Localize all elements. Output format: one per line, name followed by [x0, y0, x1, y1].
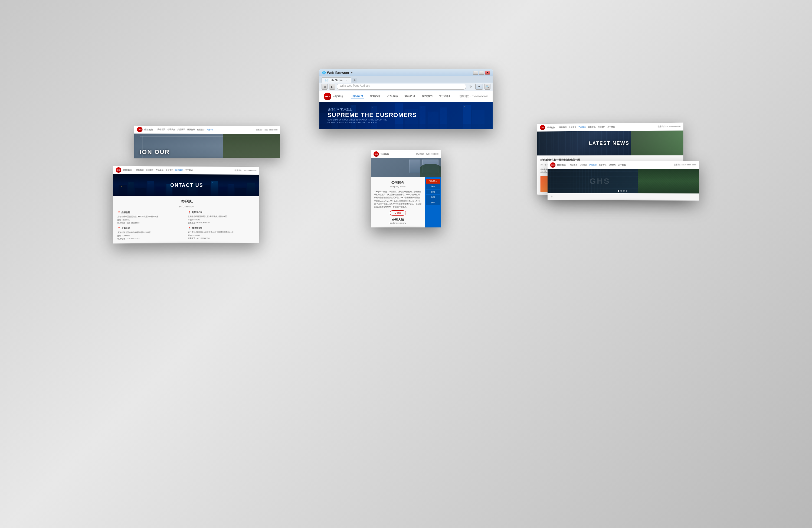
contact-loc-1: 📍 贵阳分公司 贵阳市南明区互联网大厦7号可视美大厦第13层 邮编：550101… — [188, 211, 255, 224]
contact-city-1: 📍 贵阳分公司 — [188, 211, 255, 215]
fr-nav-news[interactable]: 最新资讯 — [599, 163, 606, 166]
back-left-shadow — [142, 157, 273, 158]
contact-subtitle: INFORMATION — [117, 205, 255, 208]
back-right-hero: LATEST NEWS — [537, 130, 683, 155]
site-phone: 联系我们：010-6866-8888 — [460, 95, 488, 98]
back-left-nav: 网站首页 公司简介 产品展示 最新资讯 在线联络 关于我们 — [158, 128, 214, 131]
hero-cn: 诚信为本 客户至上 — [328, 108, 417, 112]
back-left-nav-news[interactable]: 最新资讯 — [187, 128, 195, 131]
fr-nav-home[interactable]: 网站首页 — [570, 163, 577, 166]
front-left-header: GHS 环球购物 网站首页 公司简介 产品展示 最新资讯 联系我们 关于我们 联… — [113, 166, 259, 175]
minimize-btn[interactable]: — — [473, 71, 478, 75]
front-center-logo-cn: 环球购物 — [380, 153, 389, 156]
card-front-left: GHS 环球购物 网站首页 公司简介 产品展示 最新资讯 联系我们 关于我们 联… — [113, 166, 259, 244]
logo-circle: GHS — [324, 92, 331, 100]
fr-nav-us[interactable]: 关于我们 — [618, 163, 626, 166]
front-right-shadow — [555, 200, 691, 200]
hero-text: 诚信为本 客户至上 SUPREME THE CUSROMERS COOPERAT… — [328, 108, 417, 124]
back-right-logo-cn: 环球购物 — [547, 126, 555, 129]
browser-window: 🌐 Web Browser ▼ — □ ✕ 📄 Tab Name ✕ + ◀ ▶ — [319, 69, 493, 129]
back-left-nav-products[interactable]: 产品展示 — [177, 128, 185, 131]
close-btn[interactable]: ✕ — [485, 71, 490, 75]
title-arrow[interactable]: ▼ — [350, 71, 353, 74]
intro-leaders-en: leaders company — [374, 222, 422, 224]
website-content: GHS 环球购物 网站首页 公司简介 产品展示 最新资讯 在线预约 关于我们 联… — [319, 91, 493, 129]
back-left-nav-us[interactable]: 关于我们 — [207, 128, 214, 131]
tab-add-btn[interactable]: + — [352, 78, 357, 83]
site-nav: 网站首页 公司简介 产品展示 最新资讯 在线预约 关于我们 — [351, 94, 451, 99]
svg-rect-39 — [352, 106, 352, 107]
sidebar-btn-4[interactable]: 联系 — [426, 200, 440, 205]
nav-us[interactable]: 关于我们 — [438, 94, 451, 99]
fl-nav-home[interactable]: 网站首页 — [136, 169, 144, 171]
fl-nav-news[interactable]: 最新资讯 — [166, 169, 173, 172]
intro-leaders-cn: 公司大咖 — [374, 218, 422, 222]
back-right-nav-about[interactable]: 公司简介 — [569, 126, 576, 129]
front-left-nav: 网站首页 公司简介 产品展示 最新资讯 联系我们 关于我们 — [136, 169, 193, 172]
front-left-logo: GHS — [116, 167, 121, 173]
front-right-phone: 联系我们：010-6866-8888 — [674, 163, 696, 166]
back-btn[interactable]: ◀ — [321, 84, 328, 90]
logo-text-cn: 环球购物 — [332, 95, 343, 98]
hero-sub2: US HAND IN HAND TO CREATE A BETTER TOMOR… — [328, 121, 417, 124]
forward-btn[interactable]: ▶ — [329, 84, 335, 90]
contact-hero-text: ONTACT US — [170, 182, 203, 188]
front-center-header: GHS 环球购物 联系我们：010-6866-8888 — [371, 150, 441, 158]
site-header: GHS 环球购物 网站首页 公司简介 产品展示 最新资讯 在线预约 关于我们 联… — [319, 91, 493, 102]
nav-book[interactable]: 在线预约 — [421, 94, 434, 99]
back-left-header: GHS 环球购物 网站首页 公司简介 产品展示 最新资讯 在线联络 关于我们 联… — [134, 126, 280, 134]
front-right-header: GHS 环球购物 网站首页 公司简介 产品展示 最新资讯 在线预约 关于我们 联… — [548, 161, 699, 169]
back-right-nav: 网站首页 公司简介 产品展示 最新资讯 在线预约 关于我们 — [559, 126, 615, 129]
contact-city-2: 📍 上海公司 — [117, 226, 186, 230]
nav-news[interactable]: 最新资讯 — [403, 94, 416, 99]
fl-nav-us[interactable]: 关于我们 — [185, 169, 193, 172]
contact-city-3: 📍 武汉分公司 — [188, 226, 255, 230]
sidebar-btn-2[interactable]: 招商 — [426, 189, 440, 195]
fl-nav-about[interactable]: 公司简介 — [146, 169, 154, 171]
search-btn[interactable]: 🔍 — [484, 84, 491, 90]
browser-tab-main[interactable]: 📄 Tab Name ✕ — [321, 77, 351, 83]
fr-nav-about[interactable]: 公司简介 — [580, 163, 587, 166]
intro-more-btn[interactable]: MORE — [390, 210, 406, 215]
address-placeholder: Write Web Page Address — [340, 84, 370, 87]
sidebar-btn-1[interactable]: 商户 — [426, 184, 440, 189]
maximize-btn[interactable]: □ — [479, 71, 484, 75]
svg-rect-41 — [396, 105, 397, 105]
tab-close-icon[interactable]: ✕ — [345, 79, 348, 82]
back-left-logo: GHS — [137, 127, 143, 132]
window-controls: — □ ✕ — [473, 71, 490, 75]
fl-nav-contact[interactable]: 联系我们 — [175, 169, 183, 172]
back-right-nav-home[interactable]: 网站首页 — [559, 126, 566, 129]
browser-tabbar: 📄 Tab Name ✕ + — [319, 76, 493, 83]
fr-nav-book[interactable]: 在线预约 — [608, 163, 616, 166]
nav-about[interactable]: 公司简介 — [369, 94, 382, 99]
back-right-header: GHS 环球购物 网站首页 公司简介 产品展示 最新资讯 在线预约 关于我们 联… — [537, 123, 683, 132]
back-left-hero-text: ION OUR — [140, 148, 170, 156]
fr-nav-products[interactable]: 产品展示 — [589, 163, 597, 166]
fl-nav-products[interactable]: 产品展示 — [156, 169, 163, 171]
back-right-nav-news[interactable]: 最新资讯 — [588, 126, 596, 128]
go-btn[interactable]: ▼ — [475, 84, 483, 90]
nav-products[interactable]: 产品展示 — [386, 94, 399, 99]
back-right-nav-book[interactable]: 在线预约 — [598, 126, 605, 128]
back-right-hero-text: LATEST NEWS — [589, 140, 629, 146]
contact-title: 联系地址 — [117, 199, 255, 203]
back-left-nav-home[interactable]: 网站首页 — [158, 128, 165, 131]
contact-loc-3: 📍 武汉分公司 武汉市武昌区珞珈山街道大道46号号联博总部基地11楼 邮编：43… — [188, 226, 255, 240]
back-left-logo-cn: 环球购物 — [144, 128, 153, 131]
refresh-btn[interactable]: ↻ — [468, 84, 474, 90]
back-left-nav-about[interactable]: 公司简介 — [168, 128, 175, 131]
back-right-nav-us[interactable]: 关于我们 — [607, 126, 615, 128]
front-center-shadow — [374, 227, 438, 227]
intro-body: 公司简介 company profile GHS(环球购物)，中国国际广播电台成… — [371, 177, 425, 227]
sidebar-btn-3[interactable]: 加盟 — [426, 195, 440, 200]
back-right-nav-products[interactable]: 产品展示 — [578, 126, 586, 129]
address-input[interactable]: Write Web Page Address — [337, 84, 466, 90]
nav-home[interactable]: 网站首页 — [351, 94, 364, 99]
card-front-center: GHS 环球购物 联系我们：010-6866-8888 公司简介 company… — [371, 150, 441, 227]
sidebar-btn-0[interactable]: 实际展示 — [426, 179, 440, 184]
front-center-body: 公司简介 company profile GHS(环球购物)，中国国际广播电台成… — [371, 177, 441, 227]
card-front-right: GHS 环球购物 网站首页 公司简介 产品展示 最新资讯 在线预约 关于我们 联… — [548, 161, 699, 200]
back-left-nav-contact[interactable]: 在线联络 — [197, 128, 205, 131]
browser-titlebar: 🌐 Web Browser ▼ — □ ✕ — [319, 69, 493, 76]
